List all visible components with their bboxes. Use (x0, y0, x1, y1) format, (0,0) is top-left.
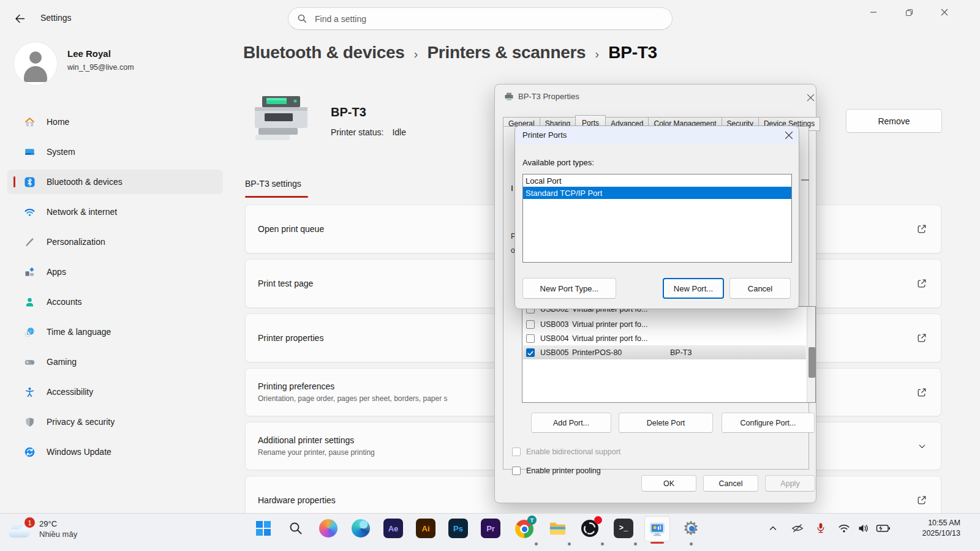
checkbox-icon[interactable] (512, 448, 521, 456)
sidebar-item-system[interactable]: System (7, 140, 223, 164)
illustrator-icon[interactable]: Ai (413, 516, 438, 541)
edge-icon[interactable] (349, 516, 373, 541)
port-type-local-port[interactable]: Local Port (523, 174, 791, 187)
maximize-restore-button[interactable] (895, 0, 923, 24)
sidebar-item-apps[interactable]: Apps (7, 260, 223, 284)
sidebar-item-accounts[interactable]: Accounts (7, 290, 223, 314)
sidebar-item-windows-update[interactable]: Windows Update (7, 440, 223, 464)
after-effects-icon[interactable]: Ae (381, 516, 405, 541)
scrollbar-thumb[interactable] (809, 347, 815, 378)
sidebar-item-personalization[interactable]: Personalization (7, 230, 223, 254)
breadcrumb-printers-scanners[interactable]: Printers & scanners (427, 43, 586, 62)
privacy-security-icon (23, 416, 36, 428)
printer-illustration (250, 95, 311, 144)
chrome-icon[interactable]: T (512, 516, 537, 541)
running-indicator (690, 542, 693, 545)
tab-active-underline (245, 196, 308, 198)
apply-button[interactable]: Apply (765, 475, 815, 492)
port-checkbox[interactable] (526, 334, 535, 343)
port-types-listbox[interactable]: Local Port Standard TCP/IP Port (522, 174, 792, 263)
sidebar-item-home[interactable]: Home (7, 110, 223, 134)
tray-eye-off-icon[interactable] (789, 520, 806, 537)
external-link-icon (916, 332, 927, 343)
sidebar-item-network-internet[interactable]: Network & internet (7, 200, 223, 224)
port-row-usb003[interactable]: USB003 Virtual printer port fo... (523, 317, 806, 331)
port-checkbox[interactable] (526, 320, 535, 329)
breadcrumb-separator: › (413, 45, 418, 61)
printer-name: BP-T3 (331, 105, 366, 119)
sidebar-item-accessibility[interactable]: Accessibility (7, 380, 223, 404)
delete-port-button[interactable]: Delete Port (619, 413, 713, 433)
tab-bpt3-settings[interactable]: BP-T3 settings (245, 179, 301, 189)
chevron-down-icon[interactable] (917, 441, 927, 451)
configure-port-button[interactable]: Configure Port... (722, 413, 815, 433)
start-button[interactable] (251, 516, 276, 541)
tray-battery-icon[interactable] (875, 520, 892, 537)
printer-status: Printer status:Idle (331, 127, 406, 137)
copilot-icon[interactable] (316, 516, 341, 541)
settings-gear-icon[interactable]: ⚙ (679, 516, 703, 541)
weather-temperature: 29°C (39, 519, 77, 529)
obs-recording-badge (594, 516, 602, 524)
file-explorer-icon[interactable] (545, 516, 570, 541)
window-title: Settings (40, 13, 72, 23)
system-icon (23, 146, 36, 158)
dialog-close-icon[interactable] (780, 128, 797, 143)
cancel-button[interactable]: Cancel (703, 475, 758, 492)
ports-list-scrollbar[interactable] (807, 307, 816, 402)
search-box[interactable] (288, 7, 673, 30)
search-icon (297, 13, 307, 24)
back-button[interactable] (10, 10, 29, 27)
notification-badge: 1 (24, 517, 35, 528)
add-port-button[interactable]: Add Port... (531, 413, 611, 433)
checkbox-icon[interactable] (512, 467, 521, 475)
enable-bidirectional-checkbox[interactable]: Enable bidirectional support (512, 448, 620, 456)
running-indicator (535, 542, 538, 545)
photoshop-icon[interactable]: Ps (446, 516, 470, 541)
breadcrumb-bluetooth-devices[interactable]: Bluetooth & devices (243, 43, 404, 62)
dialog-close-icon[interactable] (802, 90, 819, 105)
port-row-usb004[interactable]: USB004 Virtual printer port fo... (523, 331, 806, 345)
minimize-button[interactable] (859, 0, 888, 24)
running-indicator (601, 542, 604, 545)
dialog-title: Printer Ports (522, 130, 567, 140)
running-indicator (568, 542, 571, 545)
printer-small-icon (504, 92, 514, 102)
sidebar-item-time-language[interactable]: Time & language (7, 320, 223, 344)
taskbar-search-icon[interactable] (284, 516, 308, 541)
desktop: Settings Lee Royal win_t_95@live.com Hom… (0, 0, 980, 551)
port-row-usb005[interactable]: USB005 PrinterPOS-80 BP-T3 (523, 345, 806, 359)
port-checkbox-checked[interactable] (526, 348, 535, 357)
premiere-icon[interactable]: Pr (478, 516, 503, 541)
sidebar-item-gaming[interactable]: Gaming (7, 350, 223, 374)
sidebar-item-privacy-security[interactable]: Privacy & security (7, 410, 223, 434)
terminal-icon[interactable]: >_ (611, 516, 636, 541)
ok-button[interactable]: OK (641, 475, 696, 492)
personalization-icon (23, 236, 36, 248)
close-button[interactable] (930, 0, 959, 24)
port-type-standard-tcpip[interactable]: Standard TCP/IP Port (523, 187, 791, 199)
tray-volume-icon[interactable] (855, 520, 872, 537)
enable-printer-pooling-checkbox[interactable]: Enable printer pooling (512, 467, 601, 475)
tray-microphone-icon[interactable] (812, 520, 829, 537)
search-input[interactable] (314, 13, 647, 24)
weather-cloud-icon: 1 (7, 519, 34, 539)
sidebar-item-bluetooth-devices[interactable]: Bluetooth & devices (7, 170, 223, 194)
account-profile[interactable]: Lee Royal win_t_95@live.com (13, 40, 216, 87)
breadcrumb-separator: › (595, 45, 599, 61)
tray-chevron-up-icon[interactable] (764, 520, 782, 537)
active-monitor-app-icon[interactable] (644, 516, 670, 542)
tray-clock[interactable]: 10:55 AM 2025/10/13 (922, 518, 960, 539)
remove-printer-button[interactable]: Remove (846, 109, 942, 133)
new-port-button[interactable]: New Port... (663, 278, 724, 299)
breadcrumb-current-page: BP-T3 (608, 43, 657, 62)
active-app-indicator (650, 542, 664, 544)
tray-time: 10:55 AM (922, 518, 960, 528)
cancel-button[interactable]: Cancel (729, 278, 791, 299)
weather-widget[interactable]: 1 29°C Nhiều mây (4, 515, 105, 542)
printer-ports-dialog: Printer Ports Available port types: Loca… (514, 126, 799, 309)
printer-ports-list[interactable]: USB002 Virtual printer port fo... USB003… (522, 306, 816, 403)
tray-wifi-icon[interactable] (835, 520, 853, 537)
new-port-type-button[interactable]: New Port Type... (522, 278, 616, 299)
obs-studio-icon[interactable] (578, 516, 603, 541)
